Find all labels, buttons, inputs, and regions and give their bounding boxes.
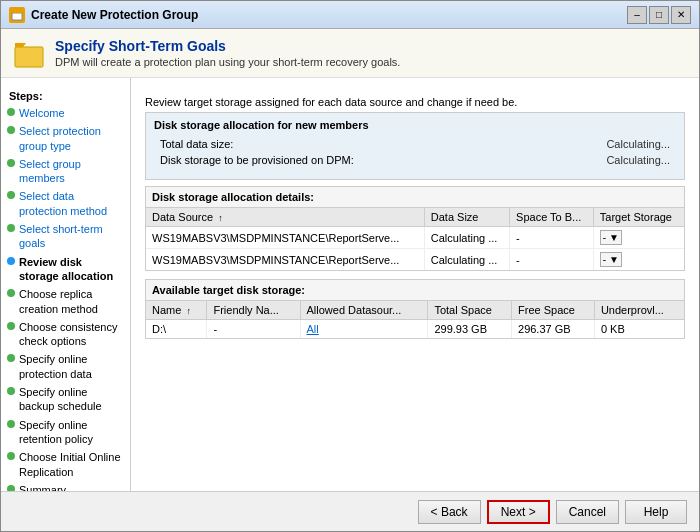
cell-allowed: All bbox=[300, 320, 428, 339]
close-button[interactable]: ✕ bbox=[671, 6, 691, 24]
cancel-button[interactable]: Cancel bbox=[556, 500, 619, 524]
minimize-button[interactable]: – bbox=[627, 6, 647, 24]
svg-marker-3 bbox=[15, 43, 26, 47]
col-header-allowed[interactable]: Allowed Datasour... bbox=[300, 301, 428, 320]
sidebar-link-method[interactable]: Select data protection method bbox=[19, 189, 124, 218]
cell-datasize: Calculating ... bbox=[424, 249, 509, 271]
maximize-button[interactable]: □ bbox=[649, 6, 669, 24]
sidebar-item-type[interactable]: Select protection group type bbox=[1, 122, 130, 155]
col-header-datasize[interactable]: Data Size bbox=[424, 208, 509, 227]
sidebar-item-summary: Summary bbox=[1, 481, 130, 491]
sidebar-label-online-backup: Specify online backup schedule bbox=[19, 385, 124, 414]
page-title: Specify Short-Term Goals bbox=[55, 38, 400, 54]
intro-text: Review target storage assigned for each … bbox=[145, 96, 685, 108]
window-title: Create New Protection Group bbox=[31, 8, 627, 22]
target-storage-dropdown[interactable]: - ▼ bbox=[600, 230, 622, 245]
page-header-text: Specify Short-Term Goals DPM will create… bbox=[55, 38, 400, 68]
cell-name: D:\ bbox=[146, 320, 207, 339]
svg-rect-0 bbox=[12, 13, 22, 20]
sidebar-link-type[interactable]: Select protection group type bbox=[19, 124, 124, 153]
main-content: Review target storage assigned for each … bbox=[131, 78, 699, 491]
sidebar-section-label: Steps: bbox=[1, 86, 130, 104]
page-subtitle: DPM will create a protection plan using … bbox=[55, 56, 400, 68]
sidebar: Steps: Welcome Select protection group t… bbox=[1, 78, 131, 491]
cell-underprov: 0 KB bbox=[594, 320, 684, 339]
sidebar-item-short-term[interactable]: Select short-term goals bbox=[1, 220, 130, 253]
provision-label: Disk storage to be provisioned on DPM: bbox=[156, 153, 537, 167]
available-section: Available target disk storage: Name ↑ Fr… bbox=[145, 279, 685, 339]
available-table-body: D:\-All299.93 GB296.37 GB0 KB bbox=[146, 320, 684, 339]
sidebar-link-short-term[interactable]: Select short-term goals bbox=[19, 222, 124, 251]
cell-totalspace: 299.93 GB bbox=[428, 320, 512, 339]
window-icon bbox=[9, 7, 25, 23]
cell-spacetobe: - bbox=[510, 227, 594, 249]
sidebar-item-replica: Choose replica creation method bbox=[1, 285, 130, 318]
cell-spacetobe: - bbox=[510, 249, 594, 271]
cell-friendly: - bbox=[207, 320, 300, 339]
details-label: Disk storage allocation details: bbox=[146, 187, 684, 208]
details-table: Data Source ↑ Data Size Space To B... Ta… bbox=[146, 208, 684, 270]
col-header-totalspace[interactable]: Total Space bbox=[428, 301, 512, 320]
col-header-underprov[interactable]: Underprovl... bbox=[594, 301, 684, 320]
cell-datasource: WS19MABSV3\MSDPMINSTANCE\ReportServe... bbox=[146, 227, 424, 249]
help-button[interactable]: Help bbox=[625, 500, 687, 524]
sidebar-item-method[interactable]: Select data protection method bbox=[1, 187, 130, 220]
col-header-targetstorage[interactable]: Target Storage bbox=[593, 208, 684, 227]
table-row: WS19MABSV3\MSDPMINSTANCE\ReportServe...C… bbox=[146, 227, 684, 249]
allowed-datasource-link[interactable]: All bbox=[307, 323, 319, 335]
col-header-name[interactable]: Name ↑ bbox=[146, 301, 207, 320]
col-header-freespace[interactable]: Free Space bbox=[512, 301, 595, 320]
col-header-friendly[interactable]: Friendly Na... bbox=[207, 301, 300, 320]
allocation-panel: Disk storage allocation for new members … bbox=[145, 112, 685, 180]
col-header-spacetobe[interactable]: Space To B... bbox=[510, 208, 594, 227]
cell-datasize: Calculating ... bbox=[424, 227, 509, 249]
sidebar-item-members[interactable]: Select group members bbox=[1, 155, 130, 188]
dot-icon bbox=[7, 108, 15, 116]
allocation-label: Disk storage allocation for new members bbox=[154, 119, 676, 131]
page-header-section: Specify Short-Term Goals DPM will create… bbox=[1, 29, 699, 78]
dot-icon bbox=[7, 126, 15, 134]
table-row: WS19MABSV3\MSDPMINSTANCE\ReportServe...C… bbox=[146, 249, 684, 271]
window-controls: – □ ✕ bbox=[627, 6, 691, 24]
cell-targetstorage[interactable]: - ▼ bbox=[593, 249, 684, 271]
dot-icon bbox=[7, 420, 15, 428]
dot-icon bbox=[7, 289, 15, 297]
sidebar-link-members[interactable]: Select group members bbox=[19, 157, 124, 186]
header-icon bbox=[13, 37, 45, 69]
target-storage-dropdown[interactable]: - ▼ bbox=[600, 252, 622, 267]
next-button[interactable]: Next > bbox=[487, 500, 550, 524]
details-section: Disk storage allocation details: Data So… bbox=[145, 186, 685, 271]
sidebar-item-retention: Specify online retention policy bbox=[1, 416, 130, 449]
dot-icon bbox=[7, 257, 15, 265]
svg-rect-2 bbox=[15, 47, 43, 67]
footer: < Back Next > Cancel Help bbox=[1, 491, 699, 531]
sidebar-label-replica: Choose replica creation method bbox=[19, 287, 124, 316]
provision-value: Calculating... bbox=[539, 153, 674, 167]
main-window: Create New Protection Group – □ ✕ Specif… bbox=[0, 0, 700, 532]
dot-icon bbox=[7, 191, 15, 199]
sidebar-item-initial-replication: Choose Initial Online Replication bbox=[1, 448, 130, 481]
available-table: Name ↑ Friendly Na... Allowed Datasour..… bbox=[146, 301, 684, 338]
total-size-label: Total data size: bbox=[156, 137, 537, 151]
dot-icon bbox=[7, 387, 15, 395]
sidebar-label-consistency: Choose consistency check options bbox=[19, 320, 124, 349]
sidebar-item-online-backup: Specify online backup schedule bbox=[1, 383, 130, 416]
dot-icon bbox=[7, 452, 15, 460]
dot-icon bbox=[7, 354, 15, 362]
dot-icon bbox=[7, 224, 15, 232]
allocation-info-table: Total data size: Calculating... Disk sto… bbox=[154, 135, 676, 169]
cell-freespace: 296.37 GB bbox=[512, 320, 595, 339]
sidebar-link-welcome[interactable]: Welcome bbox=[19, 106, 65, 120]
back-button[interactable]: < Back bbox=[418, 500, 481, 524]
sort-icon: ↑ bbox=[186, 306, 191, 316]
sidebar-item-online-data: Specify online protection data bbox=[1, 350, 130, 383]
table-row: D:\-All299.93 GB296.37 GB0 KB bbox=[146, 320, 684, 339]
sidebar-item-disk-alloc[interactable]: Review disk storage allocation bbox=[1, 253, 130, 286]
sidebar-item-welcome[interactable]: Welcome bbox=[1, 104, 130, 122]
available-header-row: Name ↑ Friendly Na... Allowed Datasour..… bbox=[146, 301, 684, 320]
sidebar-item-consistency: Choose consistency check options bbox=[1, 318, 130, 351]
col-header-datasource[interactable]: Data Source ↑ bbox=[146, 208, 424, 227]
cell-targetstorage[interactable]: - ▼ bbox=[593, 227, 684, 249]
sidebar-label-summary: Summary bbox=[19, 483, 66, 491]
cell-datasource: WS19MABSV3\MSDPMINSTANCE\ReportServe... bbox=[146, 249, 424, 271]
